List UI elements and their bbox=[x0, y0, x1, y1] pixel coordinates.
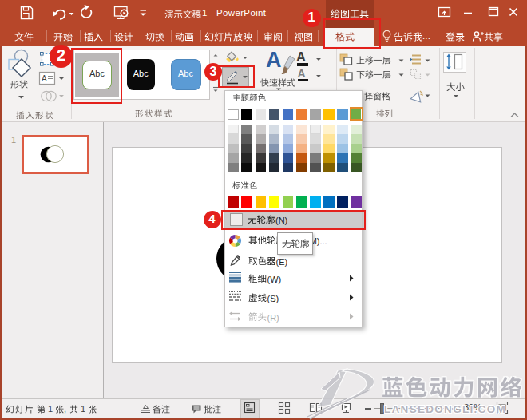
svg-text:A: A bbox=[42, 74, 47, 83]
